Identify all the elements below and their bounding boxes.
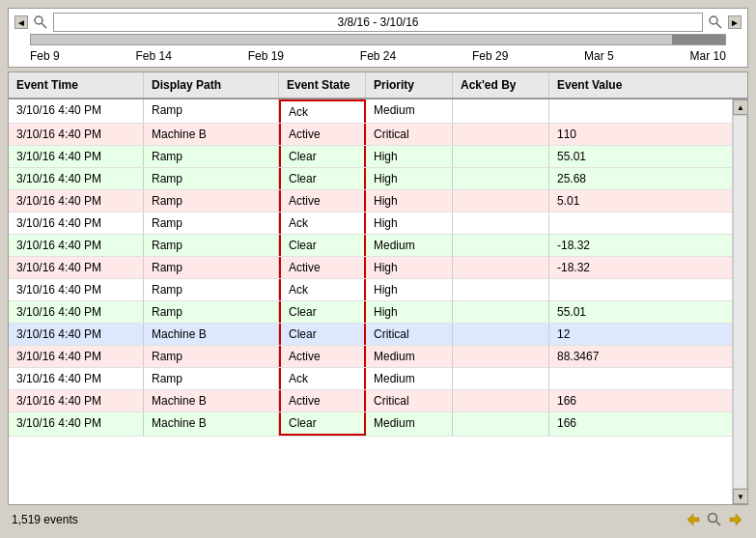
table-row[interactable]: 3/10/16 4:40 PM Ramp Active High -18.32 — [9, 257, 732, 279]
cell-acked-by — [453, 346, 549, 367]
table-row[interactable]: 3/10/16 4:40 PM Ramp Ack High — [9, 279, 732, 301]
navigate-forward-icon[interactable] — [727, 511, 744, 528]
scroll-down-button[interactable]: ▼ — [733, 489, 747, 504]
timeline-left-arrow[interactable]: ◄ — [14, 15, 28, 29]
cell-event-value: -18.32 — [549, 257, 732, 278]
cell-priority: High — [366, 168, 453, 189]
timeline-section: ◄ ► Feb 9 Feb 14 Feb 19 Feb — [8, 8, 748, 68]
header-event-time: Event Time — [9, 72, 144, 98]
table-body: 3/10/16 4:40 PM Ramp Ack Medium 3/10/16 … — [9, 99, 747, 504]
table-row[interactable]: 3/10/16 4:40 PM Ramp Ack Medium — [9, 99, 732, 124]
date-mar10: Mar 10 — [690, 49, 726, 63]
cell-priority: Medium — [366, 346, 453, 367]
cell-event-state: Ack — [279, 99, 366, 123]
date-feb14: Feb 14 — [135, 49, 171, 63]
timeline-search-icon-left[interactable] — [32, 14, 49, 31]
timeline-date-input[interactable] — [53, 13, 703, 32]
cell-event-value: 166 — [549, 412, 732, 436]
table-row[interactable]: 3/10/16 4:40 PM Ramp Clear High 55.01 — [9, 146, 732, 168]
cell-event-state: Clear — [279, 324, 366, 345]
cell-event-state: Clear — [279, 301, 366, 323]
cell-priority: Critical — [366, 124, 453, 145]
cell-priority: High — [366, 212, 453, 234]
cell-event-value — [549, 368, 732, 389]
svg-line-1 — [42, 23, 46, 28]
table-row[interactable]: 3/10/16 4:40 PM Ramp Clear Medium -18.32 — [9, 235, 732, 257]
cell-event-state: Clear — [279, 168, 366, 189]
cell-event-value: 55.01 — [549, 301, 732, 323]
cell-event-time: 3/10/16 4:40 PM — [9, 346, 144, 367]
table-row[interactable]: 3/10/16 4:40 PM Machine B Active Critica… — [9, 390, 732, 412]
cell-priority: Medium — [366, 99, 453, 123]
table-row[interactable]: 3/10/16 4:40 PM Machine B Clear Critical… — [9, 324, 732, 346]
cell-event-state: Clear — [279, 235, 366, 256]
cell-event-time: 3/10/16 4:40 PM — [9, 390, 144, 411]
table-row[interactable]: 3/10/16 4:40 PM Ramp Clear High 25.68 — [9, 168, 732, 190]
cell-event-state: Clear — [279, 412, 366, 436]
cell-event-state: Clear — [279, 146, 366, 167]
table-row[interactable]: 3/10/16 4:40 PM Ramp Active Medium 88.34… — [9, 346, 732, 368]
cell-event-value: 25.68 — [549, 168, 732, 189]
status-bar: 1,519 events — [8, 509, 748, 530]
cell-display-path: Ramp — [144, 279, 279, 300]
main-container: ◄ ► Feb 9 Feb 14 Feb 19 Feb — [0, 0, 756, 538]
table-scrollbar[interactable]: ▲ ▼ — [732, 99, 747, 504]
cell-event-time: 3/10/16 4:40 PM — [9, 146, 144, 167]
date-feb19: Feb 19 — [248, 49, 284, 63]
table-row[interactable]: 3/10/16 4:40 PM Machine B Clear Medium 1… — [9, 412, 732, 437]
table-row[interactable]: 3/10/16 4:40 PM Ramp Active High 5.01 — [9, 190, 732, 212]
svg-marker-4 — [687, 514, 699, 525]
cell-acked-by — [453, 235, 549, 256]
cell-event-time: 3/10/16 4:40 PM — [9, 301, 144, 323]
cell-priority: Critical — [366, 390, 453, 411]
cell-acked-by — [453, 212, 549, 234]
cell-display-path: Ramp — [144, 212, 279, 234]
cell-event-time: 3/10/16 4:40 PM — [9, 279, 144, 300]
cell-event-value: 166 — [549, 390, 732, 411]
cell-acked-by — [453, 390, 549, 411]
table-row[interactable]: 3/10/16 4:40 PM Machine B Active Critica… — [9, 124, 732, 146]
table-section: Event Time Display Path Event State Prio… — [8, 71, 748, 505]
table-rows: 3/10/16 4:40 PM Ramp Ack Medium 3/10/16 … — [9, 99, 732, 504]
header-priority: Priority — [366, 72, 453, 98]
cell-priority: High — [366, 279, 453, 300]
cell-acked-by — [453, 146, 549, 167]
header-event-value: Event Value — [549, 72, 747, 98]
header-event-state: Event State — [279, 72, 366, 98]
svg-marker-7 — [730, 514, 742, 525]
timeline-scrollbar[interactable] — [30, 34, 726, 45]
cell-event-time: 3/10/16 4:40 PM — [9, 257, 144, 278]
cell-event-state: Active — [279, 346, 366, 367]
cell-event-time: 3/10/16 4:40 PM — [9, 190, 144, 212]
timeline-search-icon-right[interactable] — [707, 14, 724, 31]
cell-display-path: Machine B — [144, 124, 279, 145]
cell-priority: High — [366, 257, 453, 278]
cell-acked-by — [453, 124, 549, 145]
cell-display-path: Ramp — [144, 99, 279, 123]
cell-event-value: -18.32 — [549, 235, 732, 256]
timeline-right-arrow[interactable]: ► — [728, 15, 742, 29]
cell-priority: Medium — [366, 368, 453, 389]
cell-event-time: 3/10/16 4:40 PM — [9, 124, 144, 145]
cell-acked-by — [453, 257, 549, 278]
date-feb9: Feb 9 — [30, 49, 60, 63]
table-row[interactable]: 3/10/16 4:40 PM Ramp Ack High — [9, 212, 732, 235]
cell-priority: Critical — [366, 324, 453, 345]
events-count: 1,519 events — [12, 513, 78, 526]
cell-display-path: Ramp — [144, 346, 279, 367]
table-header: Event Time Display Path Event State Prio… — [9, 72, 747, 99]
cell-priority: High — [366, 190, 453, 212]
cell-display-path: Ramp — [144, 168, 279, 189]
scroll-track[interactable] — [733, 115, 747, 489]
navigate-back-icon[interactable] — [685, 511, 702, 528]
cell-event-value — [549, 99, 732, 123]
cell-acked-by — [453, 301, 549, 323]
table-row[interactable]: 3/10/16 4:40 PM Ramp Clear High 55.01 — [9, 301, 732, 324]
cell-event-state: Ack — [279, 279, 366, 300]
scroll-up-button[interactable]: ▲ — [733, 99, 747, 115]
search-events-icon[interactable] — [706, 511, 723, 528]
cell-event-state: Active — [279, 257, 366, 278]
svg-point-2 — [710, 16, 717, 24]
cell-display-path: Machine B — [144, 412, 279, 436]
table-row[interactable]: 3/10/16 4:40 PM Ramp Ack Medium — [9, 368, 732, 390]
